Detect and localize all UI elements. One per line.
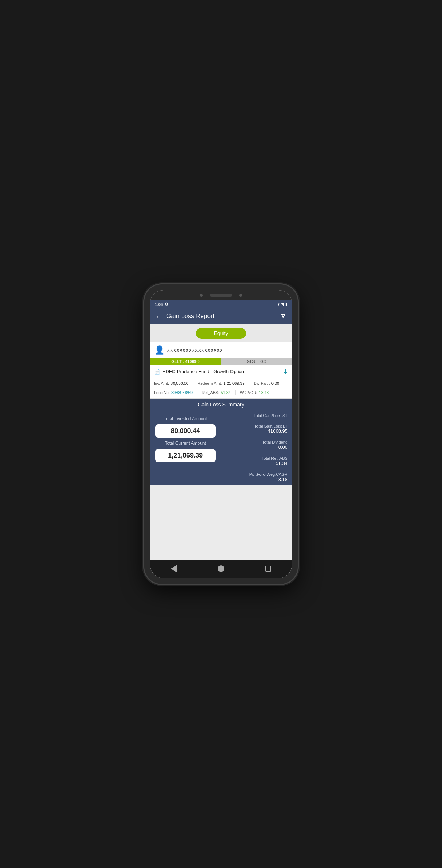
battery-icon: ▮	[285, 302, 287, 306]
total-invested-value: 80,000.44	[171, 427, 200, 435]
signal-icon: ◥	[281, 302, 284, 306]
summary-label-3: Total Ret. ABS	[262, 456, 287, 460]
status-left: 4:06 ⚙	[155, 302, 168, 307]
summary-value-2: 0.00	[278, 444, 287, 450]
redeem-label: Redeem Amt:	[198, 381, 222, 386]
status-bar: 4:06 ⚙ ▾ ◥ ▮	[150, 300, 292, 308]
equity-section: Equity	[150, 324, 292, 342]
folio-value: 8988938/59	[171, 390, 193, 395]
back-button[interactable]: ←	[155, 312, 163, 321]
inv-label: Inv. Amt:	[154, 381, 169, 386]
summary-item-4: PortFolio Weg.CAGR 13.18	[221, 469, 292, 485]
filter-icon[interactable]: ⛛	[280, 312, 287, 320]
summary-value-1: 41068.95	[268, 428, 287, 434]
phone-device: 4:06 ⚙ ▾ ◥ ▮ ← Gain Loss Report ⛛ Equity	[144, 284, 298, 584]
summary-left-col: Total Invested Amount 80,000.44 Total Cu…	[150, 410, 221, 485]
summary-label-0: Total Gain/Loss ST	[254, 413, 287, 418]
nav-back-button[interactable]	[169, 564, 179, 574]
summary-header: Gain Loss Summary	[150, 399, 292, 410]
inv-value: 80,000.00	[171, 381, 188, 386]
fund-name-row: 📄 HDFC Prudence Fund - Growth Option ⬇	[150, 365, 292, 377]
content-area: Equity 👤 xxxxxxxxxxxxxxxxxx GLLT : 41069…	[150, 324, 292, 560]
redeem-value: 1,21,069.39	[224, 381, 245, 386]
gllt-badge: GLLT : 41069.0	[150, 358, 221, 365]
status-time: 4:06	[155, 302, 163, 307]
total-current-label: Total Current Amount	[165, 441, 206, 446]
div-paid-value: 0.00	[271, 381, 279, 386]
fund-card-header: GLLT : 41069.0 GLST : 0.0	[150, 358, 292, 365]
phone-screen: 4:06 ⚙ ▾ ◥ ▮ ← Gain Loss Report ⛛ Equity	[150, 290, 292, 578]
fund-folio-row: Folio No: 8988938/59 Ret_ABS: 51.34 W.CA…	[154, 388, 288, 397]
nav-home-button[interactable]	[216, 564, 226, 574]
sep1	[193, 380, 193, 386]
bottom-nav	[150, 560, 292, 578]
nav-recent-icon	[265, 566, 271, 572]
summary-right-col: Total Gain/Loss ST Total Gain/Loss LT 41…	[221, 410, 292, 485]
glst-badge: GLST : 0.0	[221, 358, 292, 365]
sep2	[249, 380, 249, 386]
wcagr-label: W.CAGR:	[240, 390, 258, 395]
fund-card: GLLT : 41069.0 GLST : 0.0 📄 HDFC Prudenc…	[150, 358, 292, 399]
total-invested-box: 80,000.44	[155, 424, 216, 438]
user-row: 👤 xxxxxxxxxxxxxxxxxx	[150, 342, 292, 358]
secondary-dot	[239, 294, 242, 297]
gray-footer	[150, 485, 292, 496]
fund-details: Inv. Amt: 80,000.00 Redeem Amt: 1,21,069…	[150, 377, 292, 398]
summary-value-4: 13.18	[275, 477, 287, 482]
camera-dot	[200, 294, 203, 297]
summary-label-2: Total Dividend	[262, 440, 287, 444]
total-current-value: 1,21,069.39	[168, 452, 203, 459]
summary-label-1: Total Gain/Loss LT	[254, 424, 287, 428]
wifi-icon: ▾	[278, 302, 279, 306]
fund-inv-row: Inv. Amt: 80,000.00 Redeem Amt: 1,21,069…	[154, 379, 288, 388]
fund-name: HDFC Prudence Fund - Growth Option	[162, 369, 283, 374]
total-invested-label: Total Invested Amount	[164, 416, 207, 421]
nav-home-icon	[218, 565, 224, 572]
summary-label-4: PortFolio Weg.CAGR	[249, 472, 287, 477]
phone-top-bezel	[150, 290, 292, 300]
sep3	[197, 390, 197, 395]
equity-button[interactable]: Equity	[196, 328, 247, 339]
summary-item-3: Total Ret. ABS 51.34	[221, 453, 292, 469]
nav-back-icon	[171, 565, 177, 572]
settings-icon: ⚙	[165, 302, 168, 307]
summary-value-3: 51.34	[275, 460, 287, 466]
wcagr-value: 13.18	[259, 390, 269, 395]
total-current-box: 1,21,069.39	[155, 449, 216, 462]
download-icon[interactable]: ⬇	[283, 368, 288, 376]
summary-item-1: Total Gain/Loss LT 41068.95	[221, 421, 292, 437]
summary-item-0: Total Gain/Loss ST	[221, 410, 292, 421]
fund-doc-icon: 📄	[154, 369, 160, 375]
summary-item-2: Total Dividend 0.00	[221, 437, 292, 453]
status-right: ▾ ◥ ▮	[278, 302, 287, 306]
summary-grid: Total Invested Amount 80,000.44 Total Cu…	[150, 410, 292, 485]
folio-label: Folio No:	[154, 390, 170, 395]
app-header: ← Gain Loss Report ⛛	[150, 308, 292, 324]
speaker-grille	[210, 294, 232, 297]
page-title: Gain Loss Report	[166, 312, 214, 320]
ret-abs-value: 51.34	[221, 390, 231, 395]
header-left: ← Gain Loss Report	[155, 312, 214, 321]
sep4	[235, 390, 236, 395]
nav-recent-button[interactable]	[263, 564, 273, 574]
user-avatar-icon: 👤	[155, 345, 164, 355]
div-paid-label: Div Paid:	[254, 381, 270, 386]
user-name: xxxxxxxxxxxxxxxxxx	[167, 347, 223, 353]
ret-abs-label: Ret_ABS:	[202, 390, 219, 395]
